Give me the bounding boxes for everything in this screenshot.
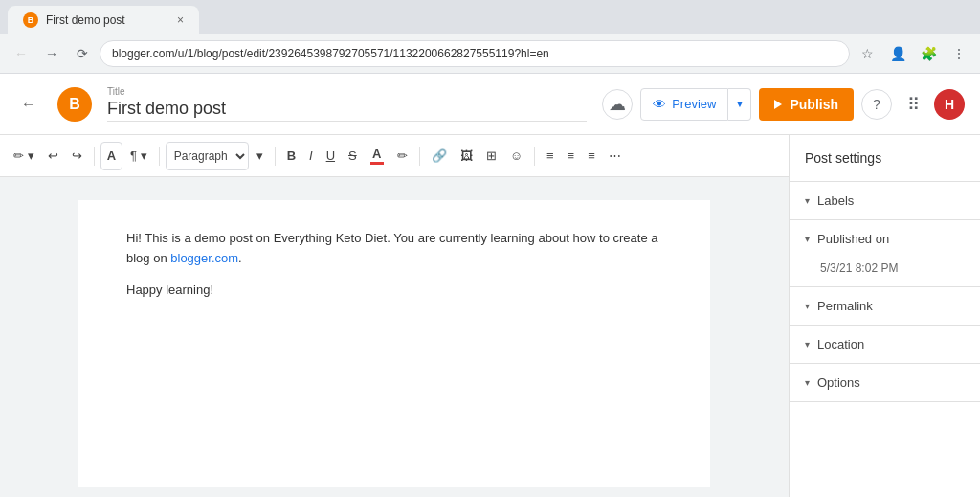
post-title-input[interactable]: [107, 99, 587, 122]
paragraph-select[interactable]: Paragraph: [166, 142, 249, 170]
location-chevron-icon: ▾: [805, 339, 810, 350]
sidebar-section-labels: ▾ Labels: [790, 182, 980, 220]
toolbar-separator-4: [419, 147, 420, 166]
app-container: ← B Title ☁ 👁 Preview ▼ Publish: [0, 74, 980, 497]
undo-button[interactable]: ↩: [42, 142, 64, 170]
permalink-section-header[interactable]: ▾ Permalink: [790, 287, 980, 325]
published-chevron-icon: ▾: [805, 234, 810, 244]
browser-toolbar: ← → ⟳ blogger.com/u/1/blog/post/edit/239…: [0, 34, 980, 73]
paragraph-dropdown-btn[interactable]: ▾: [251, 142, 269, 170]
preview-dropdown-button[interactable]: ▼: [728, 88, 751, 121]
tab-favicon: B: [23, 12, 38, 28]
list-ol-button[interactable]: ≡: [562, 142, 581, 170]
editor-main: ✏ ▾ ↩ ↪ A ¶ ▾ Paragraph ▾ B I U S A: [0, 135, 789, 497]
preview-button[interactable]: 👁 Preview: [640, 88, 728, 121]
header-actions: ☁ 👁 Preview ▼ Publish ? ⠿ H: [602, 88, 965, 121]
sidebar-section-location: ▾ Location: [790, 326, 980, 364]
settings-icon[interactable]: ⋮: [946, 40, 972, 67]
edit-mode-button[interactable]: ✏ ▾: [8, 142, 40, 170]
sidebar-section-published: ▾ Published on 5/3/21 8:02 PM: [790, 220, 980, 287]
labels-label: Labels: [817, 193, 854, 208]
browser-chrome: B First demo post × ← → ⟳ blogger.com/u/…: [0, 0, 980, 74]
published-section-header[interactable]: ▾ Published on: [790, 220, 980, 258]
forward-button[interactable]: →: [38, 40, 65, 67]
permalink-label: Permalink: [817, 299, 873, 313]
options-section-header[interactable]: ▾ Options: [790, 364, 980, 401]
toolbar-separator-2: [159, 147, 160, 166]
options-label: Options: [817, 375, 860, 390]
apps-icon[interactable]: ⠿: [900, 91, 926, 118]
strikethrough-button[interactable]: S: [343, 142, 363, 170]
indent-button[interactable]: ¶ ▾: [124, 142, 153, 170]
blogger-link[interactable]: blogger.com: [170, 251, 238, 265]
chevron-down-icon: ▼: [735, 99, 745, 109]
editor-paragraph-2: Happy learning!: [126, 281, 662, 301]
sidebar-section-options: ▾ Options: [790, 364, 980, 402]
location-label: Location: [817, 337, 864, 351]
tab-close-icon[interactable]: ×: [177, 13, 184, 27]
right-sidebar: Post settings ▾ Labels ▾ Published on 5/…: [789, 135, 980, 497]
title-label: Title: [107, 86, 587, 97]
app-back-button[interactable]: ←: [15, 90, 42, 119]
browser-tabs: B First demo post ×: [0, 0, 980, 34]
published-content: 5/3/21 8:02 PM: [790, 258, 980, 286]
url-input[interactable]: blogger.com/u/1/blog/post/edit/239264539…: [112, 47, 837, 60]
preview-btn-group: 👁 Preview ▼: [640, 88, 751, 121]
bookmark-icon[interactable]: ☆: [854, 40, 880, 67]
profile-icon[interactable]: 👤: [884, 40, 911, 67]
align-button[interactable]: ≡: [541, 142, 560, 170]
redo-button[interactable]: ↪: [66, 142, 88, 170]
editor-toolbar: ✏ ▾ ↩ ↪ A ¶ ▾ Paragraph ▾ B I U S A: [0, 135, 789, 177]
link-button[interactable]: 🔗: [426, 142, 453, 170]
labels-section-header[interactable]: ▾ Labels: [790, 182, 980, 219]
font-color-icon: A: [370, 147, 384, 165]
address-bar[interactable]: blogger.com/u/1/blog/post/edit/239264539…: [100, 40, 850, 67]
italic-button[interactable]: I: [303, 142, 319, 170]
labels-chevron-icon: ▾: [805, 195, 810, 206]
back-button[interactable]: ←: [8, 40, 34, 67]
content-area: Hi! This is a demo post on Everything Ke…: [0, 177, 789, 497]
list-ul-button[interactable]: ≡: [582, 142, 601, 170]
permalink-chevron-icon: ▾: [805, 301, 810, 311]
editor-paragraph-1: Hi! This is a demo post on Everything Ke…: [126, 229, 662, 269]
highlight-button[interactable]: ✏: [391, 142, 413, 170]
browser-tab[interactable]: B First demo post ×: [8, 6, 199, 34]
avatar[interactable]: H: [934, 89, 965, 120]
save-cloud-button[interactable]: ☁: [602, 89, 633, 120]
eye-icon: 👁: [653, 97, 666, 112]
options-chevron-icon: ▾: [805, 377, 810, 388]
editor-area: ✏ ▾ ↩ ↪ A ¶ ▾ Paragraph ▾ B I U S A: [0, 135, 980, 497]
app-header: ← B Title ☁ 👁 Preview ▼ Publish: [0, 74, 980, 135]
location-section-header[interactable]: ▾ Location: [790, 326, 980, 363]
toolbar-separator-5: [534, 147, 535, 166]
extensions-icon[interactable]: 🧩: [915, 40, 942, 67]
title-area: Title: [107, 86, 587, 122]
editor-canvas[interactable]: Hi! This is a demo post on Everything Ke…: [78, 200, 710, 487]
more-button[interactable]: ⋯: [603, 142, 627, 170]
help-icon[interactable]: ?: [861, 89, 892, 120]
toolbar-separator-3: [275, 147, 276, 166]
browser-toolbar-icons: ☆ 👤 🧩 ⋮: [854, 40, 972, 67]
image-button[interactable]: 🖼: [455, 142, 479, 170]
toolbar-separator-1: [94, 147, 95, 166]
underline-button[interactable]: U: [321, 142, 341, 170]
sidebar-header: Post settings: [790, 135, 980, 182]
bold-button[interactable]: B: [281, 142, 301, 170]
publish-button[interactable]: Publish: [759, 88, 854, 121]
tab-title: First demo post: [46, 13, 125, 27]
font-color-button[interactable]: A: [365, 142, 390, 170]
play-icon: [774, 100, 782, 109]
text-format-button[interactable]: A: [100, 142, 122, 170]
sidebar-section-permalink: ▾ Permalink: [790, 287, 980, 326]
emoji-button[interactable]: ☺: [504, 142, 528, 170]
refresh-button[interactable]: ⟳: [69, 40, 96, 67]
image2-button[interactable]: ⊞: [480, 142, 502, 170]
app-logo: B: [57, 87, 92, 122]
published-label: Published on: [817, 232, 889, 246]
